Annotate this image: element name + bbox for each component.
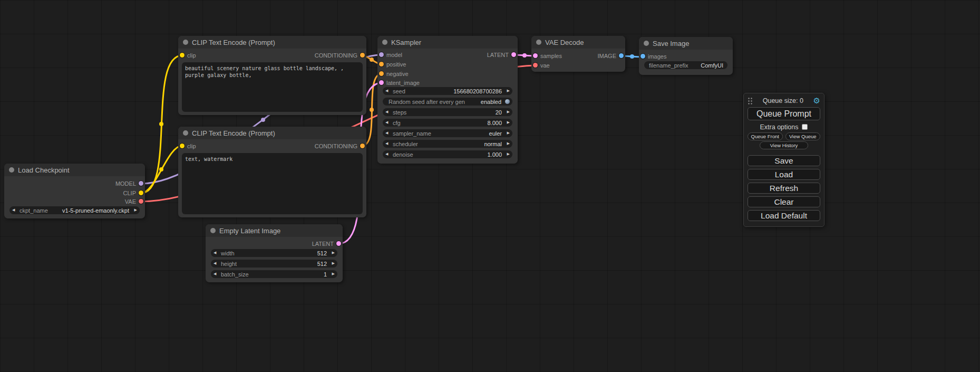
collapse-dot-icon[interactable]: [382, 40, 387, 45]
output-slot-conditioning[interactable]: [360, 144, 365, 148]
graph-canvas[interactable]: Load Checkpoint MODEL CLIP VAE ◀ ckpt_na…: [0, 0, 980, 372]
input-slot-samples[interactable]: [533, 53, 538, 58]
node-titlebar[interactable]: Load Checkpoint: [4, 164, 145, 176]
collapse-dot-icon[interactable]: [536, 40, 541, 45]
next-arrow-icon[interactable]: ▶: [503, 129, 510, 137]
input-slot-vae[interactable]: [533, 63, 538, 68]
output-slot-model[interactable]: [139, 181, 143, 186]
next-arrow-icon[interactable]: ▶: [328, 260, 335, 268]
collapse-dot-icon[interactable]: [210, 228, 216, 233]
input-slot-negative[interactable]: [379, 71, 384, 76]
next-arrow-icon[interactable]: ▶: [503, 119, 510, 127]
input-slot-latent-image[interactable]: [379, 80, 384, 85]
node-clip-text-encode-positive[interactable]: CLIP Text Encode (Prompt) clip CONDITION…: [178, 36, 366, 115]
prev-arrow-icon[interactable]: ◀: [12, 206, 18, 214]
menu-button-stack: Save Load Refresh Clear Load Default: [748, 155, 820, 221]
width-widget[interactable]: ◀ width 512 ▶: [211, 249, 337, 257]
input-slot-clip[interactable]: [180, 53, 185, 58]
node-titlebar[interactable]: Save Image: [639, 37, 733, 50]
collapse-dot-icon[interactable]: [183, 130, 188, 136]
input-slot-images[interactable]: [641, 54, 645, 59]
node-clip-text-encode-negative[interactable]: CLIP Text Encode (Prompt) clip CONDITION…: [178, 127, 366, 217]
output-label-model: MODEL: [115, 180, 136, 187]
output-slot-clip[interactable]: [139, 190, 143, 195]
queue-size-label: Queue size: 0: [753, 97, 813, 104]
next-arrow-icon[interactable]: ▶: [503, 150, 510, 158]
input-label-negative: negative: [386, 70, 409, 78]
prev-arrow-icon[interactable]: ◀: [214, 249, 220, 257]
node-title: Empty Latent Image: [219, 227, 280, 235]
steps-widget[interactable]: ◀ steps 20 ▶: [383, 108, 512, 116]
node-titlebar[interactable]: CLIP Text Encode (Prompt): [178, 127, 366, 139]
queue-prompt-button[interactable]: Queue Prompt: [748, 107, 820, 120]
view-history-button[interactable]: View History: [760, 141, 808, 149]
scheduler-widget[interactable]: ◀ scheduler normal ▶: [383, 140, 512, 148]
input-label-clip: clip: [187, 142, 196, 150]
node-save-image[interactable]: Save Image images filename_prefix ComfyU…: [639, 37, 733, 75]
node-title: CLIP Text Encode (Prompt): [192, 129, 275, 137]
next-arrow-icon[interactable]: ▶: [328, 249, 335, 257]
drag-handle[interactable]: [748, 97, 753, 104]
filename-prefix-widget[interactable]: filename_prefix ComfyUI: [644, 61, 727, 69]
output-slot-latent[interactable]: [336, 241, 341, 246]
prev-arrow-icon[interactable]: ◀: [385, 150, 392, 158]
widget-value: 1: [324, 271, 327, 278]
input-slot-positive[interactable]: [379, 62, 384, 66]
input-slot-model[interactable]: [379, 52, 384, 57]
output-slot-conditioning[interactable]: [360, 53, 365, 58]
next-arrow-icon[interactable]: ▶: [503, 140, 510, 148]
collapse-dot-icon[interactable]: [9, 167, 14, 173]
node-titlebar[interactable]: VAE Decode: [531, 36, 625, 49]
load-default-button[interactable]: Load Default: [748, 210, 820, 221]
prev-arrow-icon[interactable]: ◀: [214, 260, 220, 268]
next-arrow-icon[interactable]: ▶: [503, 108, 510, 116]
output-slot-image[interactable]: [619, 53, 624, 58]
prev-arrow-icon[interactable]: ◀: [385, 140, 392, 148]
height-widget[interactable]: ◀ height 512 ▶: [211, 260, 337, 268]
denoise-widget[interactable]: ◀ denoise 1.000 ▶: [383, 150, 512, 158]
prev-arrow-icon[interactable]: ◀: [385, 108, 392, 116]
extra-options-checkbox[interactable]: [802, 124, 808, 130]
node-titlebar[interactable]: CLIP Text Encode (Prompt): [178, 36, 366, 49]
seed-widget[interactable]: ◀ seed 156680208700286 ▶: [383, 87, 512, 95]
node-empty-latent-image[interactable]: Empty Latent Image LATENT ◀ width 512 ▶ …: [206, 224, 343, 282]
prompt-textarea[interactable]: beautiful scenery nature glass bottle la…: [182, 62, 363, 112]
save-button[interactable]: Save: [748, 155, 820, 166]
input-slot-clip[interactable]: [180, 144, 185, 148]
collapse-dot-icon[interactable]: [644, 41, 649, 46]
refresh-button[interactable]: Refresh: [748, 183, 820, 194]
node-load-checkpoint[interactable]: Load Checkpoint MODEL CLIP VAE ◀ ckpt_na…: [4, 164, 145, 218]
output-slot-vae[interactable]: [139, 199, 143, 204]
output-label-conditioning: CONDITIONING: [315, 52, 357, 59]
node-titlebar[interactable]: KSampler: [377, 36, 518, 49]
batch-size-widget[interactable]: ◀ batch_size 1 ▶: [211, 270, 337, 278]
prev-arrow-icon[interactable]: ◀: [385, 119, 392, 127]
prev-arrow-icon[interactable]: ◀: [385, 87, 392, 95]
link-positive-midpoint-dot: [370, 58, 374, 62]
toggle-indicator-icon[interactable]: [505, 99, 510, 104]
collapse-dot-icon[interactable]: [183, 40, 188, 45]
prev-arrow-icon[interactable]: ◀: [214, 270, 220, 278]
random-seed-toggle-widget[interactable]: Random seed after every gen enabled: [383, 98, 512, 106]
prev-arrow-icon[interactable]: ◀: [385, 129, 392, 137]
next-arrow-icon[interactable]: ▶: [328, 270, 335, 278]
next-arrow-icon[interactable]: ▶: [131, 206, 137, 214]
prompt-textarea[interactable]: text, watermark: [182, 153, 363, 214]
node-title: VAE Decode: [545, 39, 584, 46]
node-titlebar[interactable]: Empty Latent Image: [206, 224, 343, 237]
next-arrow-icon[interactable]: ▶: [503, 87, 510, 95]
cfg-widget[interactable]: ◀ cfg 8.000 ▶: [383, 119, 512, 127]
clear-button[interactable]: Clear: [748, 196, 820, 207]
node-title: CLIP Text Encode (Prompt): [192, 39, 275, 46]
widget-value: 20: [496, 109, 502, 116]
queue-front-button[interactable]: Queue Front: [748, 132, 783, 140]
node-vae-decode[interactable]: VAE Decode samples vae IMAGE: [531, 36, 625, 72]
ckpt-name-widget[interactable]: ◀ ckpt_name v1-5-pruned-emaonly.ckpt ▶: [9, 206, 140, 214]
view-queue-button[interactable]: View Queue: [785, 132, 821, 140]
node-ksampler[interactable]: KSampler model positive negative latent_…: [377, 36, 518, 164]
input-label-clip: clip: [187, 52, 196, 59]
output-slot-latent[interactable]: [511, 52, 516, 57]
load-button[interactable]: Load: [748, 169, 820, 180]
sampler-name-widget[interactable]: ◀ sampler_name euler ▶: [383, 129, 512, 137]
settings-gear-icon[interactable]: ⚙: [813, 97, 820, 105]
